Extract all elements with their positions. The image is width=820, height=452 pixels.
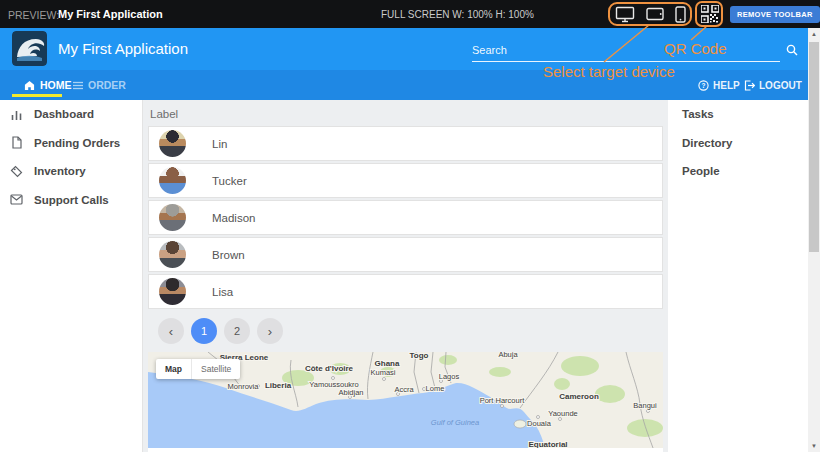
- pagination-prev-button[interactable]: ‹: [158, 318, 184, 344]
- person-name: Tucker: [212, 175, 247, 187]
- person-name: Brown: [212, 249, 245, 261]
- desktop-icon: [615, 6, 635, 23]
- tab-home[interactable]: HOME: [24, 70, 72, 100]
- map-label: Abidjan: [338, 388, 363, 397]
- list-item[interactable]: Lisa: [148, 274, 663, 309]
- tab-home-label: HOME: [40, 79, 72, 91]
- list-item[interactable]: Madison: [148, 200, 663, 235]
- chevron-left-icon: ‹: [169, 325, 173, 338]
- map-label: Lagos: [439, 372, 460, 381]
- sidebar-item-label: People: [682, 165, 720, 177]
- pagination-page-2-button[interactable]: 2: [224, 318, 250, 344]
- search-icon[interactable]: [786, 42, 798, 60]
- list-item[interactable]: Lin: [148, 126, 663, 161]
- map-label: Bangui: [633, 401, 657, 410]
- bottom-strip: [148, 448, 663, 452]
- pagination-next-button[interactable]: ›: [257, 318, 283, 344]
- tab-order-label: ORDER: [88, 79, 126, 91]
- map-label: Lome: [426, 384, 445, 393]
- logout-label: LOGOUT: [759, 80, 802, 91]
- sidebar-item-dashboard[interactable]: Dashboard: [0, 100, 142, 129]
- home-icon: [24, 80, 35, 91]
- desktop-device-button[interactable]: [615, 6, 635, 23]
- app-header: My First Application: [0, 28, 820, 70]
- phone-device-button[interactable]: [675, 6, 686, 23]
- satellite-view-button[interactable]: Satellite: [192, 359, 240, 379]
- help-label: HELP: [713, 80, 740, 91]
- map-canvas[interactable]: Sierra Leone Côte d'Ivoire Ghana Kumasi …: [148, 352, 663, 448]
- fullscreen-status: FULL SCREEN W: 100% H: 100%: [381, 9, 534, 20]
- map-label: Yaounde: [548, 409, 577, 418]
- nav-bar: HOME ORDER ? HELP LOGOUT: [0, 70, 820, 100]
- tablet-icon: [646, 7, 664, 21]
- scrollbar-thumb[interactable]: [809, 42, 819, 252]
- sidebar-item-label: Tasks: [682, 108, 714, 120]
- sidebar-item-tasks[interactable]: Tasks: [668, 100, 808, 129]
- right-sidebar: Tasks Directory People: [668, 100, 808, 452]
- map-view-button[interactable]: Map: [156, 359, 192, 379]
- remove-toolbar-button[interactable]: REMOVE TOOLBAR: [730, 6, 820, 23]
- map-label: Monrovia: [228, 382, 260, 391]
- pagination: ‹ 1 2 ›: [158, 318, 283, 344]
- sidebar-item-directory[interactable]: Directory: [668, 129, 808, 158]
- logout-icon: [744, 80, 755, 91]
- scroll-up-arrow-icon[interactable]: ▲: [808, 28, 820, 40]
- sidebar-item-label: Dashboard: [34, 108, 94, 120]
- left-sidebar: Dashboard Pending Orders Inventory Suppo…: [0, 100, 143, 452]
- map-label: Douala: [527, 419, 552, 428]
- list-item[interactable]: Tucker: [148, 163, 663, 198]
- list-header: Label: [150, 108, 663, 120]
- sidebar-item-label: Pending Orders: [34, 137, 120, 149]
- map-label: Togo: [410, 352, 429, 360]
- avatar: [159, 130, 186, 157]
- sidebar-item-support-calls[interactable]: Support Calls: [0, 186, 142, 215]
- help-button[interactable]: ? HELP: [698, 70, 740, 100]
- device-selector-group: [609, 3, 691, 25]
- qr-code-button[interactable]: [699, 4, 720, 24]
- person-name: Lisa: [212, 286, 233, 298]
- help-icon: ?: [698, 80, 709, 91]
- sidebar-item-label: Inventory: [34, 165, 86, 177]
- menu-icon: [73, 81, 83, 90]
- bar-chart-icon: [10, 108, 23, 121]
- page-title: My First Application: [58, 40, 188, 57]
- map-label: Port Harcourt: [480, 396, 526, 405]
- tablet-device-button[interactable]: [646, 7, 664, 21]
- list-item[interactable]: Brown: [148, 237, 663, 272]
- sidebar-item-label: Support Calls: [34, 194, 109, 206]
- scroll-down-arrow-icon[interactable]: ▼: [808, 440, 820, 452]
- sidebar-item-label: Directory: [682, 137, 733, 149]
- search-input[interactable]: [472, 38, 780, 62]
- preview-label: PREVIEW:: [8, 9, 59, 21]
- map-label: Cameroon: [559, 392, 599, 401]
- map-label: Liberia: [265, 381, 292, 390]
- map-label: Kumasi: [370, 368, 395, 377]
- preview-toolbar: PREVIEW: My First Application FULL SCREE…: [0, 0, 820, 28]
- map-label: Abuja: [498, 352, 518, 359]
- active-tab-underline: [12, 94, 62, 97]
- logout-button[interactable]: LOGOUT: [744, 70, 802, 100]
- person-name: Lin: [212, 138, 227, 150]
- pagination-page-1-button[interactable]: 1: [191, 318, 217, 344]
- map-label: Gulf of Guinea: [431, 418, 479, 427]
- vertical-scrollbar[interactable]: ▲ ▼: [808, 28, 820, 452]
- sidebar-item-pending-orders[interactable]: Pending Orders: [0, 129, 142, 158]
- tab-order[interactable]: ORDER: [73, 70, 126, 100]
- tag-icon: [10, 165, 23, 178]
- map-label: Ghana: [375, 359, 400, 368]
- map-type-control: Map Satellite: [156, 359, 240, 379]
- avatar: [159, 241, 186, 268]
- toolbar-app-title: My First Application: [58, 8, 163, 20]
- map-label: Accra: [394, 385, 414, 394]
- map-label: Côte d'Ivoire: [305, 364, 354, 373]
- chevron-right-icon: ›: [268, 325, 272, 338]
- sidebar-item-inventory[interactable]: Inventory: [0, 157, 142, 186]
- qr-code-icon: [701, 5, 719, 23]
- mail-icon: [10, 194, 23, 205]
- document-icon: [10, 136, 23, 149]
- person-name: Madison: [212, 212, 255, 224]
- app-logo-icon: [12, 31, 47, 66]
- main-panel: Label Lin Tucker Madison Brown Lisa ‹ 1 …: [148, 100, 663, 452]
- sidebar-item-people[interactable]: People: [668, 157, 808, 186]
- search-field-wrap: [472, 38, 780, 62]
